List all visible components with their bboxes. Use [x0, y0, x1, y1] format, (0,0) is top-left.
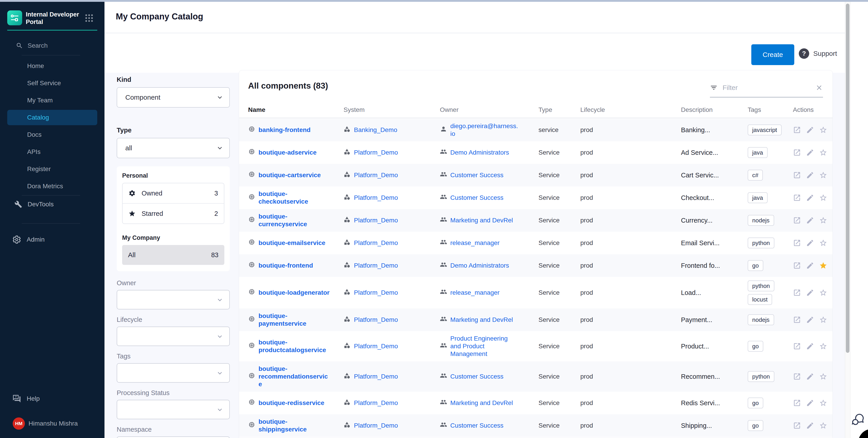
edit-icon[interactable]	[806, 262, 814, 270]
user-menu[interactable]: HM Himanshu Mishra	[0, 415, 104, 432]
owner-link[interactable]: Product Engineering and Product Manageme…	[450, 335, 518, 358]
system-link[interactable]: Platform_Demo	[354, 422, 398, 429]
support-button[interactable]: ? Support	[799, 48, 837, 59]
edit-icon[interactable]	[806, 239, 814, 247]
star-icon[interactable]	[819, 316, 827, 324]
open-in-new-icon[interactable]	[793, 399, 801, 407]
star-icon[interactable]	[819, 289, 827, 297]
filter-all[interactable]: All 83	[122, 245, 224, 265]
edit-icon[interactable]	[806, 372, 814, 380]
open-in-new-icon[interactable]	[793, 126, 801, 134]
owner-link[interactable]: Customer Success	[450, 194, 503, 202]
open-in-new-icon[interactable]	[793, 262, 801, 270]
sidebar-item-my-team[interactable]: My Team	[0, 92, 104, 109]
tag-chip[interactable]: locust	[748, 294, 772, 305]
kind-select[interactable]: Component	[117, 87, 230, 108]
open-in-new-icon[interactable]	[793, 289, 801, 297]
tags-select[interactable]	[117, 363, 230, 383]
star-icon[interactable]	[819, 262, 827, 270]
owner-select[interactable]	[117, 290, 230, 309]
column-header-description[interactable]: Description	[681, 106, 748, 113]
owner-link[interactable]: diego.pereira@harness.io	[450, 122, 518, 138]
system-link[interactable]: Platform_Demo	[354, 373, 398, 380]
column-header-lifecycle[interactable]: Lifecycle	[580, 106, 681, 113]
component-name-link[interactable]: boutique-frontend	[258, 262, 331, 269]
owner-link[interactable]: Marketing and DevRel	[450, 216, 513, 224]
tag-chip[interactable]: python	[748, 280, 774, 291]
sidebar-item-apis[interactable]: APIs	[0, 143, 104, 161]
tag-chip[interactable]: go	[748, 420, 763, 431]
scrollbar[interactable]	[845, 2, 850, 438]
column-header-type[interactable]: Type	[538, 106, 580, 113]
column-header-name[interactable]: Name	[248, 106, 344, 113]
system-link[interactable]: Platform_Demo	[354, 149, 398, 157]
open-in-new-icon[interactable]	[793, 148, 801, 157]
star-icon[interactable]	[819, 194, 827, 202]
apps-grid-icon[interactable]	[84, 13, 94, 23]
component-name-link[interactable]: boutique-shippingservice	[258, 418, 331, 433]
owner-link[interactable]: Demo Administrators	[450, 262, 509, 269]
owner-link[interactable]: Marketing and DevRel	[450, 399, 513, 407]
sidebar-item-self-service[interactable]: Self Service	[0, 75, 104, 92]
chat-support-icon[interactable]	[851, 412, 865, 426]
column-header-tags[interactable]: Tags	[748, 106, 793, 113]
tag-chip[interactable]: go	[748, 398, 763, 408]
edit-icon[interactable]	[806, 289, 814, 297]
tag-chip[interactable]: java	[748, 192, 768, 203]
component-name-link[interactable]: boutique-redisservice	[258, 399, 331, 407]
tag-chip[interactable]: python	[748, 238, 774, 248]
edit-icon[interactable]	[806, 342, 814, 350]
type-select[interactable]: all	[117, 138, 230, 158]
component-name-link[interactable]: boutique-recommendationservice	[258, 365, 331, 388]
table-filter-input[interactable]: Filter	[710, 78, 823, 97]
component-name-link[interactable]: boutique-currencyservice	[258, 213, 331, 228]
open-in-new-icon[interactable]	[793, 194, 801, 202]
open-in-new-icon[interactable]	[793, 316, 801, 324]
component-name-link[interactable]: boutique-emailservice	[258, 239, 331, 247]
create-button[interactable]: Create	[751, 44, 794, 65]
owner-link[interactable]: Marketing and DevRel	[450, 316, 513, 324]
star-icon[interactable]	[819, 216, 827, 225]
sidebar-search[interactable]: Search	[0, 40, 104, 52]
open-in-new-icon[interactable]	[793, 342, 801, 350]
sidebar-item-devtools[interactable]: DevTools	[0, 196, 104, 213]
owner-link[interactable]: release_manager	[450, 239, 500, 247]
tag-chip[interactable]: javascript	[748, 125, 782, 135]
open-in-new-icon[interactable]	[793, 216, 801, 225]
open-in-new-icon[interactable]	[793, 372, 801, 380]
tag-chip[interactable]: c#	[748, 170, 763, 180]
star-icon[interactable]	[819, 422, 827, 430]
tag-chip[interactable]: go	[748, 260, 763, 271]
system-link[interactable]: Platform_Demo	[354, 289, 398, 297]
system-link[interactable]: Platform_Demo	[354, 342, 398, 350]
filter-starred[interactable]: Starred 2	[123, 204, 224, 224]
sidebar-item-register[interactable]: Register	[0, 161, 104, 178]
star-icon[interactable]	[819, 342, 827, 350]
component-name-link[interactable]: boutique-checkoutservice	[258, 190, 331, 205]
owner-link[interactable]: release_manager	[450, 289, 500, 297]
system-link[interactable]: Platform_Demo	[354, 216, 398, 224]
sidebar-item-catalog[interactable]: Catalog	[7, 110, 97, 125]
owner-link[interactable]: Customer Success	[450, 171, 503, 179]
component-name-link[interactable]: boutique-loadgenerator	[258, 289, 331, 297]
processing-status-select[interactable]	[117, 400, 230, 419]
clear-filter-icon[interactable]	[815, 84, 823, 92]
filter-owned[interactable]: Owned 3	[123, 183, 224, 203]
edit-icon[interactable]	[806, 422, 814, 430]
namespace-select[interactable]	[117, 436, 230, 438]
star-icon[interactable]	[819, 171, 827, 179]
component-name-link[interactable]: boutique-productcatalogservice	[258, 339, 331, 354]
owner-link[interactable]: Demo Administrators	[450, 149, 509, 157]
edit-icon[interactable]	[806, 316, 814, 324]
open-in-new-icon[interactable]	[793, 422, 801, 430]
component-name-link[interactable]: boutique-paymentservice	[258, 312, 331, 328]
tag-chip[interactable]: nodejs	[748, 314, 774, 325]
star-icon[interactable]	[819, 126, 827, 134]
edit-icon[interactable]	[806, 194, 814, 202]
edit-icon[interactable]	[806, 216, 814, 225]
component-name-link[interactable]: boutique-adservice	[258, 149, 331, 157]
owner-link[interactable]: Customer Success	[450, 373, 503, 380]
sidebar-item-help[interactable]: ? Help	[0, 390, 104, 407]
tag-chip[interactable]: java	[748, 147, 768, 158]
open-in-new-icon[interactable]	[793, 171, 801, 179]
